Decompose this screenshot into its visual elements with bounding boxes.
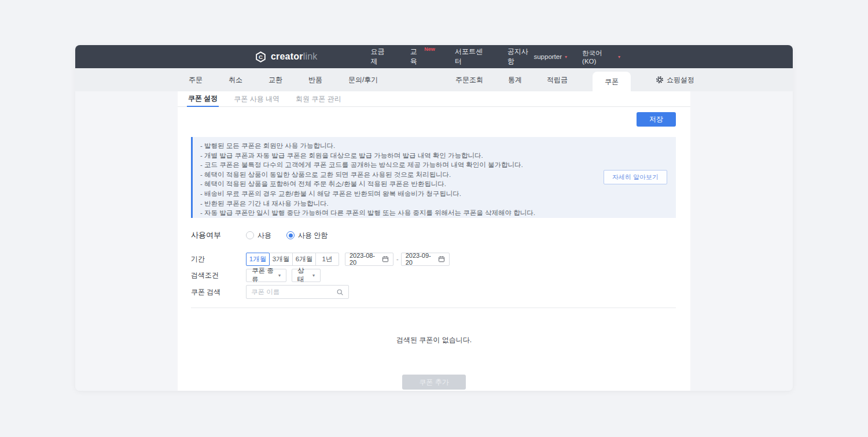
subnav-item-shop-settings[interactable]: 쇼핑설정 <box>656 75 694 85</box>
menu-item-notice[interactable]: 공지사항 <box>507 47 534 66</box>
add-coupon-row: 쿠폰 추가 <box>178 375 690 390</box>
notice-line: - 반환된 쿠폰은 기간 내 재사용 가능합니다. <box>200 199 589 209</box>
svg-text:C: C <box>259 54 263 60</box>
radio-use[interactable]: 사용 <box>246 231 271 240</box>
toolbar: 저장 <box>178 107 690 127</box>
status-dropdown[interactable]: 상태 ▾ <box>292 269 321 282</box>
main-area: 쿠폰 설정 쿠폰 사용 내역 회원 쿠폰 관리 저장 - 발행된 모든 쿠폰은 … <box>75 91 793 391</box>
search-condition-label: 검색조건 <box>191 271 246 280</box>
menu-item-pricing[interactable]: 요금제 <box>370 47 390 66</box>
coupon-search-box <box>246 285 349 299</box>
notice-line: - 혜택이 적용된 상품이 동일한 상품으로 교환 되면 쿠폰은 사용된 것으로… <box>200 170 589 180</box>
subnav-left-group: 주문 취소 교환 반품 문의/후기 <box>189 75 378 85</box>
results-divider <box>191 308 676 308</box>
menu-item-education[interactable]: 교육New <box>410 47 435 66</box>
creatorlink-hexagon-icon: C <box>255 51 267 63</box>
coupon-type-value: 쿠폰 종류 <box>252 266 274 284</box>
notice-line: - 혜택이 적용된 상품을 포함하여 전체 주문 취소/환불 시 적용된 쿠폰은… <box>200 179 589 189</box>
date-range-separator: - <box>396 255 399 262</box>
coupon-tab-bar: 쿠폰 설정 쿠폰 사용 내역 회원 쿠폰 관리 <box>178 91 690 107</box>
chevron-down-icon: ▾ <box>618 54 620 60</box>
chevron-down-icon: ▾ <box>565 54 567 60</box>
coupon-notice-box: - 발행된 모든 쿠폰은 회원만 사용 가능합니다. - 개별 발급 쿠폰과 자… <box>191 137 676 218</box>
period-label: 기간 <box>191 254 246 264</box>
learn-more-button[interactable]: 자세히 알아보기 <box>604 170 667 184</box>
language-dropdown[interactable]: 한국어 (KO)▾ <box>582 49 620 65</box>
subnav-item-exchange[interactable]: 교환 <box>269 75 282 85</box>
end-date-field[interactable]: 2023-09-20 <box>401 253 450 266</box>
subnav-item-points[interactable]: 적립금 <box>547 75 568 85</box>
coupon-search-form: 사용여부 사용 사용 안함 기간 <box>191 228 690 299</box>
notice-line: - 배송비 무료 쿠폰의 경우 교환/환불 시 해당 쿠폰은 반환되며 왕복 배… <box>200 189 589 199</box>
radio-disable[interactable]: 사용 안함 <box>286 231 328 240</box>
subnav-item-return[interactable]: 반품 <box>308 75 322 85</box>
tab-coupon-usage-history[interactable]: 쿠폰 사용 내역 <box>233 91 281 107</box>
app-window: C creatorlink 요금제 교육New 서포트센터 공지사항 suppo… <box>75 45 793 391</box>
notice-line: - 개별 발급 쿠폰과 자동 발급 쿠폰은 회원을 대상으로 발급 가능하며 발… <box>200 151 589 161</box>
radio-circle-unchecked <box>246 231 254 239</box>
top-navbar: C creatorlink 요금제 교육New 서포트센터 공지사항 suppo… <box>75 45 793 68</box>
search-icon <box>336 288 344 296</box>
new-badge: New <box>424 46 435 52</box>
period-preset-group: 1개월 3개월 6개월 1년 <box>246 253 339 266</box>
brand-text: creatorlink <box>271 51 317 62</box>
account-dropdown[interactable]: supporter▾ <box>534 53 567 60</box>
subnav-item-orders[interactable]: 주문 <box>189 75 203 85</box>
period-row: 기간 1개월 3개월 6개월 1년 2023-08-20 <box>191 252 690 266</box>
preset-1year-button[interactable]: 1년 <box>315 253 339 266</box>
start-date-value: 2023-08-20 <box>350 252 382 266</box>
coupon-settings-panel: 쿠폰 설정 쿠폰 사용 내역 회원 쿠폰 관리 저장 - 발행된 모든 쿠폰은 … <box>178 91 690 391</box>
save-button[interactable]: 저장 <box>637 112 676 127</box>
top-right-menu: supporter▾ 한국어 (KO)▾ <box>534 49 620 65</box>
radio-dot <box>289 234 293 238</box>
status-value: 상태 <box>297 266 308 284</box>
tab-coupon-settings[interactable]: 쿠폰 설정 <box>187 91 219 107</box>
radio-circle-checked <box>286 231 295 239</box>
usage-row: 사용여부 사용 사용 안함 <box>191 228 690 242</box>
chevron-down-icon: ▾ <box>312 273 315 278</box>
coupon-search-label: 쿠폰 검색 <box>191 287 246 297</box>
top-menu: 요금제 교육New 서포트센터 공지사항 <box>370 47 534 66</box>
preset-3month-button[interactable]: 3개월 <box>269 253 293 266</box>
subnav-tab-coupon[interactable]: 쿠폰 <box>593 72 631 91</box>
subnav-right-group: 주문조회 통계 적립금 쿠폰 쇼핑설정 <box>455 68 793 91</box>
gear-icon <box>656 76 664 84</box>
coupon-name-input[interactable] <box>251 288 336 295</box>
chevron-down-icon: ▾ <box>278 273 281 278</box>
notice-line: - 자동 발급 쿠폰만 일시 발행 중단 가능하며 다른 쿠폰의 발행 또는 사… <box>200 208 589 218</box>
subnav-item-cancel[interactable]: 취소 <box>229 75 242 85</box>
radio-disable-label: 사용 안함 <box>298 231 328 240</box>
calendar-icon <box>438 255 445 262</box>
start-date-field[interactable]: 2023-08-20 <box>345 253 393 266</box>
coupon-search-row: 쿠폰 검색 <box>191 285 690 299</box>
subnav-item-statistics[interactable]: 통계 <box>508 75 522 85</box>
end-date-value: 2023-09-20 <box>406 252 438 266</box>
coupon-type-dropdown[interactable]: 쿠폰 종류 ▾ <box>246 269 286 282</box>
menu-item-support-center[interactable]: 서포트센터 <box>455 47 488 66</box>
calendar-icon <box>382 255 389 262</box>
add-coupon-button[interactable]: 쿠폰 추가 <box>402 375 466 390</box>
subnav-item-order-lookup[interactable]: 주문조회 <box>455 75 483 85</box>
shop-subnav: 주문 취소 교환 반품 문의/후기 주문조회 통계 적립금 쿠폰 쇼핑설정 <box>75 68 793 91</box>
notice-line: - 발행된 모든 쿠폰은 회원만 사용 가능합니다. <box>200 141 589 151</box>
preset-6month-button[interactable]: 6개월 <box>292 253 316 266</box>
radio-use-label: 사용 <box>258 231 271 240</box>
brand-light: link <box>303 51 318 61</box>
preset-1month-button[interactable]: 1개월 <box>246 253 270 266</box>
usage-radio-group: 사용 사용 안함 <box>246 231 328 240</box>
brand-bold: creator <box>271 51 303 61</box>
creatorlink-logo[interactable]: C creatorlink <box>255 51 317 63</box>
notice-line: - 코드 쿠폰은 불특정 다수의 고객에게 쿠폰 코드를 공개하는 방식으로 제… <box>200 160 589 170</box>
tab-member-coupon-management[interactable]: 회원 쿠폰 관리 <box>295 91 343 107</box>
search-condition-row: 검색조건 쿠폰 종류 ▾ 상태 ▾ <box>191 268 690 282</box>
usage-label: 사용여부 <box>191 230 246 240</box>
subnav-item-inquiry-review[interactable]: 문의/후기 <box>348 75 378 85</box>
empty-results-message: 검색된 쿠폰이 없습니다. <box>178 335 690 345</box>
